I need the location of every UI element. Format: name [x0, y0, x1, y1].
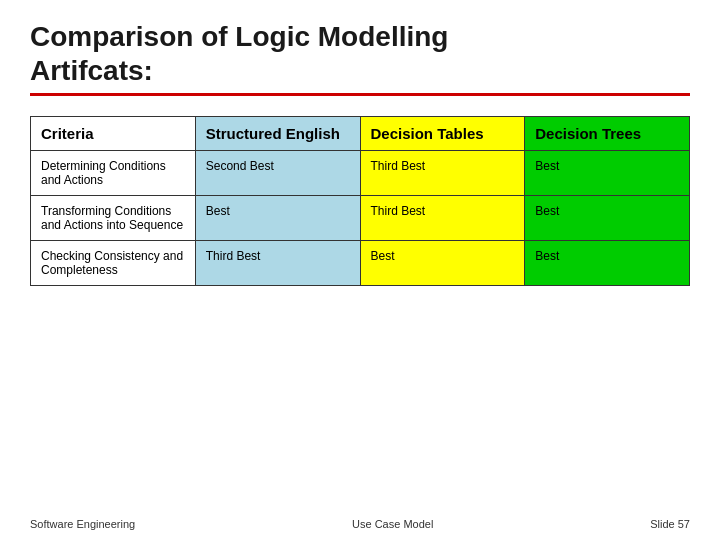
slide-container: Comparison of Logic Modelling Artifcats:…: [0, 0, 720, 540]
row-structured-cell: Best: [195, 196, 360, 241]
header-criteria: Criteria: [31, 117, 196, 151]
slide-title: Comparison of Logic Modelling Artifcats:: [30, 20, 690, 87]
footer: Software Engineering Use Case Model Slid…: [30, 518, 690, 530]
comparison-table: Criteria Structured English Decision Tab…: [30, 116, 690, 286]
row-tables-cell: Third Best: [360, 151, 525, 196]
title-line1: Comparison of Logic Modelling: [30, 21, 448, 52]
table-row: Determining Conditions and ActionsSecond…: [31, 151, 690, 196]
title-area: Comparison of Logic Modelling Artifcats:: [30, 20, 690, 108]
header-decision-trees: Decision Trees: [525, 117, 690, 151]
footer-right: Slide 57: [650, 518, 690, 530]
row-trees-cell: Best: [525, 241, 690, 286]
row-structured-cell: Second Best: [195, 151, 360, 196]
footer-center: Use Case Model: [352, 518, 433, 530]
table-row: Checking Consistency and CompletenessThi…: [31, 241, 690, 286]
title-underline: [30, 93, 690, 96]
row-criteria-cell: Determining Conditions and Actions: [31, 151, 196, 196]
header-structured-english: Structured English: [195, 117, 360, 151]
row-trees-cell: Best: [525, 196, 690, 241]
row-criteria-cell: Checking Consistency and Completeness: [31, 241, 196, 286]
header-row: Criteria Structured English Decision Tab…: [31, 117, 690, 151]
footer-left: Software Engineering: [30, 518, 135, 530]
table-row: Transforming Conditions and Actions into…: [31, 196, 690, 241]
row-tables-cell: Best: [360, 241, 525, 286]
row-criteria-cell: Transforming Conditions and Actions into…: [31, 196, 196, 241]
row-structured-cell: Third Best: [195, 241, 360, 286]
row-trees-cell: Best: [525, 151, 690, 196]
header-decision-tables: Decision Tables: [360, 117, 525, 151]
title-line2: Artifcats:: [30, 55, 153, 86]
table-wrapper: Criteria Structured English Decision Tab…: [30, 116, 690, 510]
row-tables-cell: Third Best: [360, 196, 525, 241]
